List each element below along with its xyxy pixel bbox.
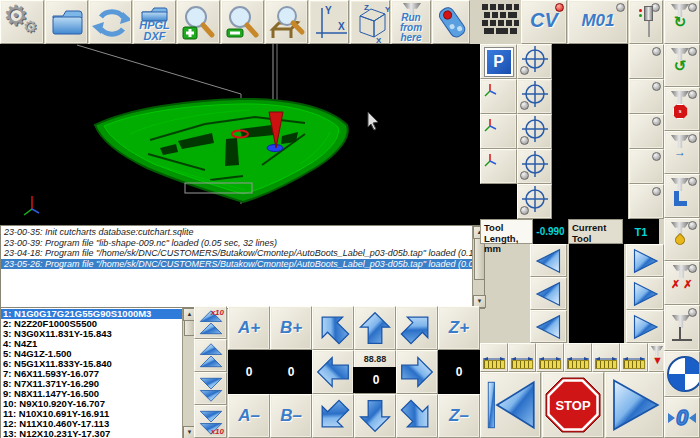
machine-3d-viewport[interactable]: [0, 44, 483, 225]
run-from-here-button[interactable]: Runfromhere: [391, 0, 431, 44]
jog-step-2-button[interactable]: [536, 343, 564, 372]
jog-up-button[interactable]: [354, 306, 396, 350]
xy-axes-icon: Y X: [311, 2, 349, 44]
feed-readout-label: 88.88: [355, 354, 395, 364]
log-line[interactable]: 23-04-18: Program file "/home/sk/DNC/CUS…: [1, 248, 472, 259]
program-up-x10-button[interactable]: x10: [194, 306, 227, 339]
over-speed-increase-button[interactable]: [626, 277, 664, 310]
coordinate-display-b: [552, 184, 628, 219]
m03-button[interactable]: ↻: [664, 0, 700, 44]
m05-button[interactable]: S: [664, 87, 700, 131]
jog-over-speed-decrease-button[interactable]: [530, 310, 567, 343]
m01-button[interactable]: M01: [568, 0, 628, 44]
spindle-speed-increase-button[interactable]: [626, 244, 664, 277]
axis-select-a[interactable]: [517, 149, 552, 184]
axis-select-b[interactable]: [517, 184, 552, 219]
spindle-speed-decrease-button[interactable]: [530, 244, 567, 277]
set-y-button[interactable]: [629, 79, 664, 114]
keyboard-button[interactable]: [481, 0, 520, 42]
open-file-button[interactable]: [45, 0, 88, 44]
set-a-button[interactable]: [629, 149, 664, 184]
jog-down-left-button[interactable]: [312, 394, 354, 438]
stop-button[interactable]: STOP: [542, 372, 604, 438]
probe-down-button[interactable]: ▼: [648, 343, 665, 372]
log-line[interactable]: 23-00-35: Init cutcharts database:cutcha…: [1, 227, 472, 238]
axis-select-x[interactable]: [517, 44, 552, 79]
jog-step-0-button[interactable]: [480, 343, 508, 372]
axis-select-z[interactable]: [517, 114, 552, 149]
m09-button[interactable]: ✗ ✗: [664, 261, 700, 305]
cv-mode-button[interactable]: CV: [521, 0, 567, 44]
jog-down-right-button[interactable]: [396, 394, 438, 438]
set-z-button[interactable]: [629, 114, 664, 149]
view-xy-button[interactable]: Y X: [309, 0, 349, 44]
import-hpgl-dxf-button[interactable]: HPGL DXF: [133, 0, 176, 44]
m04-button[interactable]: ↺: [664, 44, 700, 87]
jog-b-minus-button[interactable]: B–: [270, 394, 312, 438]
probe-button[interactable]: [629, 0, 663, 44]
jog-over-speed-increase-button[interactable]: [626, 310, 664, 343]
set-b-button[interactable]: [629, 184, 664, 219]
zoom-in-button[interactable]: [177, 0, 220, 44]
right-triangle-icon: [630, 312, 660, 342]
over-speed-decrease-button[interactable]: [530, 277, 567, 310]
m07-button[interactable]: [664, 174, 700, 218]
m08-button[interactable]: [664, 218, 700, 261]
over-speed-display: [569, 277, 624, 310]
jog-step-4-button[interactable]: [592, 343, 620, 372]
arrow-up-left-icon: [316, 311, 350, 345]
jog-step-1-button[interactable]: [508, 343, 536, 372]
right-triangle-icon: [630, 279, 660, 309]
start-play-button[interactable]: [605, 372, 664, 438]
wcs-button-p[interactable]: P: [480, 44, 517, 79]
jog-z-minus-button[interactable]: Z–: [438, 394, 480, 438]
jog-right-button[interactable]: [396, 350, 438, 394]
wcs-button-g55[interactable]: [480, 114, 517, 149]
current-tool-label: Current Tool: [568, 219, 623, 244]
m05-spindle-icon: S: [671, 91, 689, 119]
jog-a-plus-button[interactable]: A+: [228, 306, 270, 350]
jog-up-right-button[interactable]: [396, 306, 438, 350]
axis-select-y[interactable]: [517, 79, 552, 114]
remote-control-icon: [434, 2, 470, 44]
jog-down-button[interactable]: [354, 394, 396, 438]
jog-z-plus-button[interactable]: Z+: [438, 306, 480, 350]
over-speed-row: [480, 277, 664, 310]
goto-park-position-button[interactable]: [664, 351, 700, 397]
jog-up-left-button[interactable]: [312, 306, 354, 350]
remote-control-button[interactable]: [432, 0, 470, 44]
svg-text:STOP: STOP: [555, 398, 590, 413]
jog-b-plus-button[interactable]: B+: [270, 306, 312, 350]
rewind-to-start-button[interactable]: [480, 372, 541, 438]
tool-length-measure-button[interactable]: [664, 305, 700, 351]
jog-step-3-button[interactable]: [564, 343, 592, 372]
zoom-fit-button[interactable]: [265, 0, 308, 44]
double-up-arrow-icon: [198, 343, 224, 369]
right-triangle-icon: [668, 413, 675, 423]
jog-step-5-button[interactable]: [620, 343, 648, 372]
jog-a-minus-button[interactable]: A–: [228, 394, 270, 438]
view-3d-button[interactable]: Z Y X: [350, 0, 390, 44]
axis-row-y: [480, 79, 664, 114]
m06-button[interactable]: →: [664, 131, 700, 174]
log-line[interactable]: 23-00-39: Program file "lib-shape-009.nc…: [1, 238, 472, 249]
axis-row-b: [480, 184, 664, 219]
wcs-button-g54[interactable]: [480, 79, 517, 114]
program-up-button[interactable]: [194, 339, 227, 372]
m08-spindle-icon: [671, 222, 689, 245]
left-triangle-icon: [534, 246, 564, 276]
program-scrollbar[interactable]: ▲ ▼: [182, 308, 194, 438]
program-down-button[interactable]: [194, 372, 227, 405]
reload-button[interactable]: [89, 0, 132, 44]
goto-zero-button[interactable]: 0: [664, 397, 700, 438]
m07-spindle-icon: [671, 178, 689, 206]
set-x-button[interactable]: [629, 44, 664, 79]
log-line[interactable]: 23-05-26: Program file "/home/sk/DNC/CUS…: [1, 259, 472, 270]
gcode-line[interactable]: 13: N12X10.231Y-17.307: [1, 429, 182, 438]
program-down-x10-button[interactable]: x10: [194, 405, 227, 438]
jog-left-button[interactable]: [312, 350, 354, 394]
wcs-button-g56[interactable]: [480, 149, 517, 184]
zoom-out-button[interactable]: [221, 0, 264, 44]
stop-sign-icon: STOP: [544, 376, 602, 434]
settings-button[interactable]: ⚙ ⚙: [0, 0, 44, 44]
